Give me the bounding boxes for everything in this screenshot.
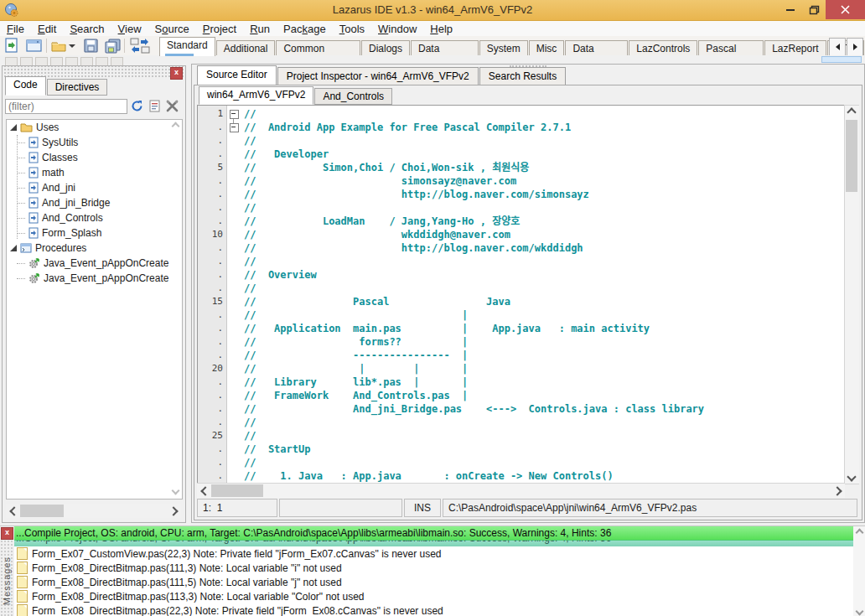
palette-scroll-right-button[interactable] <box>847 38 863 56</box>
menu-item-run[interactable]: Run <box>243 23 277 35</box>
tab-search-results[interactable]: Search Results <box>479 67 566 85</box>
options-button[interactable] <box>164 98 180 114</box>
palette-tab-system[interactable]: System <box>479 40 528 56</box>
tab-code[interactable]: Code <box>5 76 46 96</box>
message-row[interactable]: Form_Ex08_DirectBitmap.pas(111,5) Note: … <box>14 575 853 589</box>
menu-item-file[interactable]: File <box>0 23 31 35</box>
tab-source-editor[interactable]: Source Editor <box>197 65 277 85</box>
window-title: Lazarus IDE v1.3 - win64_ArmV6_VFPv2 <box>0 0 865 20</box>
open-button[interactable] <box>50 37 67 54</box>
new-unit-button[interactable] <box>2 37 22 54</box>
messages-close-icon[interactable]: x <box>1 527 13 540</box>
palette-tab-standard[interactable]: Standard <box>159 37 215 56</box>
save-all-button[interactable] <box>102 37 122 54</box>
tab-directives[interactable]: Directives <box>47 79 108 96</box>
message-row[interactable]: Form_Ex08_DirectBitmap.pas(113,3) Note: … <box>14 589 853 603</box>
code-explorer-window: x Code Directives <box>2 65 186 523</box>
source-button[interactable] <box>147 98 163 114</box>
tree-label: Classes <box>42 152 78 163</box>
tree-node-procedure[interactable]: Java_Event_pAppOnCreate <box>7 271 182 286</box>
tree-node-unit[interactable]: And_jni_Bridge <box>7 195 182 210</box>
filter-input[interactable] <box>5 99 127 114</box>
editor-vscrollbar[interactable] <box>844 105 859 484</box>
scroll-left-icon[interactable] <box>197 484 210 498</box>
fold-collapse-icon[interactable] <box>230 123 239 132</box>
tab-project-inspector[interactable]: Project Inspector - win64_ArmV6_VFPv2 <box>277 67 479 85</box>
palette-tab-data-controls[interactable]: Data Controls <box>411 40 479 56</box>
palette-tab-data-access[interactable]: Data Access <box>565 40 628 56</box>
message-text: Form_Ex08_DirectBitmap.pas(113,3) Note: … <box>32 591 365 603</box>
tree-node-unit[interactable]: Form_Splash <box>7 225 182 241</box>
code-explorer-close-icon[interactable]: x <box>170 67 183 80</box>
file-tab-and-controls[interactable]: And_Controls <box>314 88 392 105</box>
tree-label: Java_Event_pAppOnCreate <box>44 272 168 284</box>
tree-node-unit[interactable]: And_jni <box>7 180 182 195</box>
scrollbar-thumb[interactable] <box>211 484 263 497</box>
palette-tab-misc[interactable]: Misc <box>529 40 565 56</box>
tree-node-unit[interactable]: And_Controls <box>7 210 182 225</box>
message-text: Form_Ex08_DirectBitmap.pas(111,3) Note: … <box>32 562 342 574</box>
tree-scroll-up-icon[interactable] <box>173 123 180 131</box>
palette-tab-pascal-script[interactable]: Pascal Script <box>698 40 764 56</box>
editor-hscrollbar[interactable] <box>197 483 845 498</box>
tree-label: And_jni_Bridge <box>42 197 110 209</box>
scroll-right-icon[interactable] <box>831 484 845 498</box>
menu-item-window[interactable]: Window <box>371 23 423 35</box>
scroll-up-icon[interactable] <box>845 106 858 119</box>
build-mode-button[interactable] <box>128 37 152 54</box>
tree-node-unit[interactable]: math <box>7 165 182 180</box>
refresh-button[interactable] <box>129 98 145 114</box>
scroll-up-icon[interactable] <box>853 526 865 538</box>
fold-collapse-icon[interactable] <box>230 110 239 119</box>
tree-label: math <box>42 167 65 179</box>
menu-item-package[interactable]: Package <box>277 23 333 35</box>
palette-tab-lazcontrols[interactable]: LazControls <box>629 40 697 56</box>
tree-node-unit[interactable]: SysUtils <box>7 135 182 150</box>
messages-scrollbar[interactable] <box>853 526 865 616</box>
menu-item-tools[interactable]: Tools <box>333 23 371 35</box>
palette-tab-lazreport[interactable]: LazReport <box>764 40 826 56</box>
code-explorer-hscrollbar[interactable] <box>6 504 181 518</box>
scrollbar-thumb[interactable] <box>20 505 64 517</box>
editor-gutter: 1. .. 5. .. .10 .. .. 15. .. .20 .. .. 2… <box>198 106 227 484</box>
file-tab-win64-armv6-vfpv2[interactable]: win64_ArmV6_VFPv2 <box>199 86 313 105</box>
message-row[interactable]: Form_Ex08_DirectBitmap.pas(111,3) Note: … <box>14 561 853 575</box>
expander-icon[interactable] <box>10 124 17 131</box>
palette-tab-common-controls[interactable]: Common Controls <box>276 40 360 56</box>
palette-tab-additional[interactable]: Additional <box>216 40 276 56</box>
save-button[interactable] <box>80 37 101 54</box>
message-row[interactable]: Form_Ex08_DirectBitmap.pas(22,3) Note: P… <box>14 603 853 616</box>
menu-item-search[interactable]: Search <box>63 23 111 35</box>
palette-tab-dialogs[interactable]: Dialogs <box>361 40 410 56</box>
folder-icon <box>20 122 33 132</box>
scrollbar-thumb[interactable] <box>846 120 857 192</box>
code-editor[interactable]: 1. .. 5. .. .10 .. .. 15. .. .20 .. .. 2… <box>197 105 859 484</box>
unit-icon <box>28 167 39 179</box>
tree-node-procedures[interactable]: Procedures <box>7 241 182 256</box>
code-text[interactable]: //// Android App Example for Free Pascal… <box>240 106 858 484</box>
menu-item-source[interactable]: Source <box>148 23 196 35</box>
fold-margin[interactable] <box>227 106 240 484</box>
tree-node-uses[interactable]: Uses <box>7 120 182 135</box>
close-button[interactable] <box>826 0 865 19</box>
scroll-left-icon[interactable] <box>6 504 19 518</box>
scroll-right-icon[interactable] <box>168 504 181 518</box>
new-form-button[interactable] <box>23 37 44 54</box>
tree-node-procedure[interactable]: Java_Event_pAppOnCreate <box>7 256 182 271</box>
clipped-message-row[interactable]: ...Compile Project, OS: android, CPU: ar… <box>14 541 853 546</box>
compile-result-row[interactable]: ...Compile Project, OS: android, CPU: ar… <box>14 526 853 541</box>
menu-item-project[interactable]: Project <box>196 23 243 35</box>
message-row[interactable]: Form_Ex07_CustomView.pas(22,3) Note: Pri… <box>14 546 853 561</box>
menu-item-edit[interactable]: Edit <box>31 23 63 35</box>
tree-node-unit[interactable]: Classes <box>7 150 182 165</box>
restore-button[interactable] <box>802 0 826 19</box>
scroll-down-icon[interactable] <box>845 470 858 484</box>
menu-item-view[interactable]: View <box>111 23 148 35</box>
palette-scroll-left-button[interactable] <box>829 38 846 56</box>
open-dropdown-button[interactable] <box>67 37 77 54</box>
menu-item-help[interactable]: Help <box>423 23 459 35</box>
expander-icon[interactable] <box>10 245 17 251</box>
tree-scroll-down-icon[interactable] <box>173 488 180 495</box>
minimize-button[interactable] <box>779 0 802 19</box>
scroll-down-icon[interactable] <box>853 605 865 616</box>
